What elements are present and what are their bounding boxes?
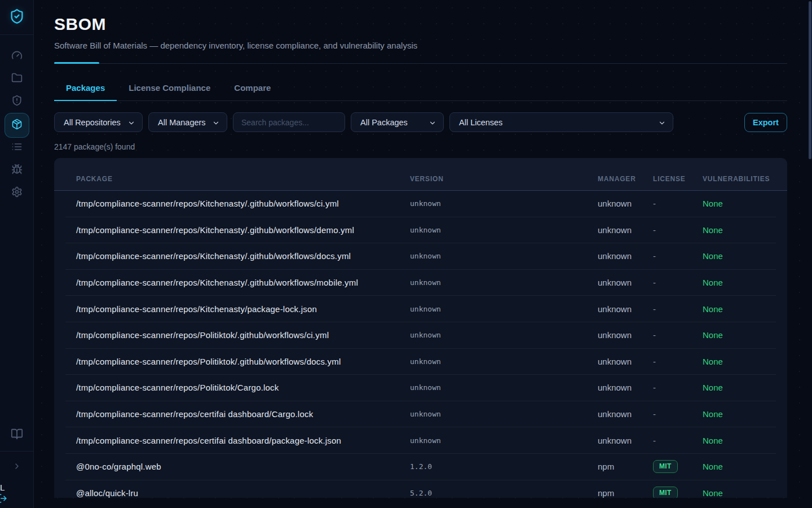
chevron-down-icon [212,118,220,127]
export-button[interactable]: Export [744,113,787,132]
table-row: /tmp/compliance-scanner/repos/certifai d… [65,427,776,454]
table-row: /tmp/compliance-scanner/repos/Kitchenast… [65,243,776,270]
book-open-icon [11,428,23,443]
table-row: /tmp/compliance-scanner/repos/Kitchenast… [65,191,776,217]
manager-cell: npm [598,488,653,498]
license-cell: - [653,436,703,445]
package-cell: /tmp/compliance-scanner/repos/Politiktok… [76,383,410,392]
vulnerabilities-cell: None [703,383,776,392]
license-cell: - [653,199,703,208]
package-cell: /tmp/compliance-scanner/repos/Politiktok… [76,357,410,366]
package-cell: /tmp/compliance-scanner/repos/certifai d… [76,409,410,419]
column-header-vulnerabilities: VULNERABILITIES [703,175,770,183]
version-cell: unknown [410,331,598,339]
title-divider [54,62,787,64]
managers-select[interactable]: All Managers [148,112,227,132]
package-cell: @0no-co/graphql.web [76,462,410,471]
results-count: 2147 package(s) found [54,142,787,151]
chevron-right-icon [12,462,21,473]
managers-select-value: All Managers [158,118,206,127]
package-cell: /tmp/compliance-scanner/repos/Kitchenast… [76,278,410,287]
footer-label: L [0,483,7,492]
packages-select-value: All Packages [360,118,408,127]
sidebar-item-repositories[interactable] [5,68,29,90]
version-cell: 1.2.0 [410,462,598,471]
sidebar-item-sbom[interactable] [5,113,29,138]
vulnerabilities-cell: None [703,278,776,287]
licenses-select[interactable]: All Licenses [449,112,673,132]
manager-cell: unknown [598,278,653,287]
manager-cell: unknown [598,330,653,340]
table-row: @alloc/quick-lru5.2.0npmMITNone [65,480,776,498]
search-input[interactable] [233,112,345,132]
sidebar-item-settings[interactable] [5,182,29,204]
table-row: /tmp/compliance-scanner/repos/certifai d… [65,401,776,428]
manager-cell: unknown [598,357,653,366]
vulnerabilities-cell: None [703,251,776,261]
tab-license-compliance[interactable]: License Compliance [117,77,222,101]
logout-icon[interactable] [0,493,7,506]
table-row: /tmp/compliance-scanner/repos/Kitchenast… [65,296,776,322]
licenses-select-value: All Licenses [459,118,502,127]
license-badge: MIT [653,460,678,473]
package-icon [11,119,23,132]
manager-cell: unknown [598,251,653,261]
table-row: /tmp/compliance-scanner/repos/Politiktok… [65,322,776,349]
tab-packages[interactable]: Packages [54,77,117,101]
column-header-version: VERSION [410,175,598,183]
version-cell: unknown [410,199,598,208]
sidebar-divider [0,451,33,452]
sidebar-footer-clip: L [0,483,7,506]
version-cell: unknown [410,226,598,234]
manager-cell: unknown [598,436,653,445]
sidebar-item-dashboard[interactable] [5,45,29,68]
sidebar-item-list[interactable] [5,137,29,159]
license-cell: - [653,304,703,314]
license-cell: - [653,225,703,235]
page-title: SBOM [54,15,787,34]
sidebar-item-security[interactable] [5,90,29,113]
vertical-scrollbar-thumb[interactable] [809,1,811,159]
version-cell: unknown [410,278,598,287]
tab-compare[interactable]: Compare [222,77,283,101]
table-body: /tmp/compliance-scanner/repos/Kitchenast… [54,191,787,498]
package-cell: @alloc/quick-lru [76,488,410,498]
package-cell: /tmp/compliance-scanner/repos/Politiktok… [76,330,410,340]
sidebar-item-docs[interactable] [5,424,29,446]
license-badge: MIT [653,487,678,498]
vulnerabilities-cell: None [703,462,776,471]
manager-cell: unknown [598,304,653,314]
sidebar-collapse-button[interactable] [5,456,29,479]
license-cell: MIT [653,460,703,473]
app-logo[interactable] [0,0,33,35]
version-cell: unknown [410,436,598,445]
packages-select[interactable]: All Packages [351,112,444,132]
column-header-manager: MANAGER [598,175,653,183]
manager-cell: unknown [598,409,653,419]
sidebar-nav [0,35,33,424]
packages-table: PACKAGE VERSION MANAGER LICENSE VULNERAB… [54,158,787,498]
vulnerabilities-cell: None [703,357,776,366]
table-row: /tmp/compliance-scanner/repos/Kitchenast… [65,217,776,244]
filter-bar: All Repositories All Managers All Packag… [54,112,787,132]
manager-cell: unknown [598,199,653,208]
vulnerabilities-cell: None [703,199,776,208]
vulnerabilities-cell: None [703,488,776,498]
table-row: /tmp/compliance-scanner/repos/Politiktok… [65,349,776,375]
bug-icon [11,164,23,177]
title-accent-bar [54,62,99,64]
license-cell: - [653,278,703,287]
chevron-down-icon [658,118,666,127]
version-cell: unknown [410,410,598,418]
license-cell: MIT [653,487,703,498]
shield-check-icon [9,8,25,27]
license-cell: - [653,409,703,419]
sidebar-item-vulnerabilities[interactable] [5,159,29,182]
license-cell: - [653,357,703,366]
repositories-select[interactable]: All Repositories [54,112,143,132]
column-header-license: LICENSE [653,175,703,183]
shield-alert-icon [11,95,23,108]
table-row: @0no-co/graphql.web1.2.0npmMITNone [65,454,776,480]
sidebar: L [0,0,34,508]
vulnerabilities-cell: None [703,304,776,314]
